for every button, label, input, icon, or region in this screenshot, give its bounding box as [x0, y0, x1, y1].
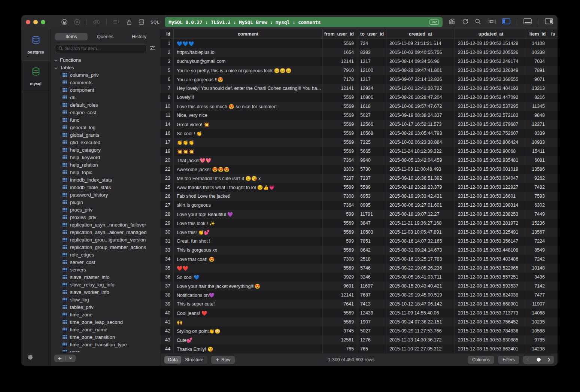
- cell-updated_at[interactable]: 2015-12-08 15:30:52.935481: [455, 156, 527, 165]
- cell-item_id[interactable]: 8549: [527, 246, 548, 255]
- toggle-left-panel-icon[interactable]: [502, 18, 510, 26]
- cell-updated_at[interactable]: 2015-12-08 15:30:53.830885: [455, 335, 527, 344]
- fit-columns-icon[interactable]: [488, 19, 496, 26]
- cell-id[interactable]: 39: [160, 300, 174, 309]
- cell-to_user_id[interactable]: 1317: [357, 57, 386, 66]
- chart-icon[interactable]: [449, 18, 456, 26]
- cell-from_user_id[interactable]: 5569: [323, 228, 357, 237]
- cell-updated_at[interactable]: 2015-12-08 15:30:53.356147: [455, 237, 527, 246]
- table-row[interactable]: 5You're so pretty, this is a nice ni gor…: [160, 66, 558, 75]
- cell-to_user_id[interactable]: 6953: [357, 192, 386, 201]
- cell-to_user_id[interactable]: 5589: [357, 183, 386, 192]
- cell-comment[interactable]: You are gorgeous !!😍: [174, 75, 323, 84]
- tab-items[interactable]: Items: [55, 33, 88, 40]
- cell-updated_at[interactable]: 2015-12-08 15:30:53.238253: [455, 210, 527, 219]
- cell-to_user_id[interactable]: 7237: [357, 174, 386, 183]
- cell-to_user_id[interactable]: 2518: [357, 255, 386, 264]
- cell-created_at[interactable]: 2015-10-12 18:47:06.142: [386, 300, 455, 309]
- sidebar-table-item[interactable]: help_topic: [51, 168, 160, 176]
- cell-created_at[interactable]: 2015-08-16 14:07:32.165: [386, 237, 455, 246]
- connection-plug-icon[interactable]: [61, 19, 68, 25]
- cell-created_at[interactable]: 2015-08-29 19:45:00.519: [386, 291, 455, 300]
- cell-item_id[interactable]: 10588: [527, 326, 548, 335]
- table-row[interactable]: 35❤️❤️556957462015-09-22 19:05:26.236201…: [160, 264, 558, 273]
- cell-is_[interactable]: [548, 219, 558, 228]
- cell-from_user_id[interactable]: 7237: [323, 174, 357, 183]
- cell-id[interactable]: 25: [160, 183, 174, 192]
- add-row-button[interactable]: Row: [211, 356, 235, 364]
- cell-item_id[interactable]: 8339: [527, 129, 548, 138]
- cell-item_id[interactable]: 14238: [527, 344, 548, 353]
- table-row[interactable]: 36So cool 💙392932462015-08-05 16:41:03.7…: [160, 273, 558, 282]
- table-row[interactable]: 17👏👏👏556972252015-10-02 06:23:38.8842015…: [160, 138, 558, 147]
- cell-id[interactable]: 14: [160, 120, 174, 129]
- structure-view-tab[interactable]: Structure: [181, 356, 207, 364]
- cell-item_id[interactable]: 10235: [527, 317, 548, 326]
- cell-created_at[interactable]: 2015-09-07 22:14:12.826: [386, 75, 455, 84]
- cell-is_[interactable]: [548, 120, 558, 129]
- cell-to_user_id[interactable]: 10568: [357, 129, 386, 138]
- cell-updated_at[interactable]: 2015-12-08 15:30:52.537295: [455, 102, 527, 111]
- cell-from_user_id[interactable]: 1654: [323, 48, 357, 57]
- cell-is_[interactable]: [548, 39, 558, 48]
- cell-updated_at[interactable]: 2015-12-08 15:30:53.122927: [455, 183, 527, 192]
- cell-updated_at[interactable]: 2015-12-08 15:30:53.756452: [455, 317, 527, 326]
- tab-queries[interactable]: Queries: [89, 33, 122, 40]
- search-icon[interactable]: [475, 18, 481, 26]
- table-row[interactable]: 3duchuykun@gmail.com1214113172015-08-14 …: [160, 57, 558, 66]
- cell-is_[interactable]: [548, 309, 558, 317]
- commit-log-icon[interactable]: [113, 19, 120, 25]
- cell-created_at[interactable]: 2015-08-16 13:25:17.783: [386, 255, 455, 264]
- column-header-item-id[interactable]: item_id: [527, 29, 548, 39]
- cell-from_user_id[interactable]: 7308: [323, 192, 357, 201]
- table-row[interactable]: 22Awesome jacket 😍😍😍830357302015-11-03 1…: [160, 165, 558, 174]
- cell-updated_at[interactable]: 2015-12-08 15:30:53.034047: [455, 174, 527, 183]
- cell-id[interactable]: 11: [160, 111, 174, 120]
- cell-is_[interactable]: [548, 57, 558, 66]
- sidebar-table-item[interactable]: global_grants: [51, 131, 160, 139]
- connection-status-badge[interactable]: MySQL 8.0.27 : TLSv1.2 : MySQL Brew : my…: [165, 17, 443, 27]
- cell-comment[interactable]: Awesome jacket 😍😍😍: [174, 165, 323, 174]
- cell-id[interactable]: 19: [160, 147, 174, 156]
- table-row[interactable]: 41🙌556919072015-09-24 07:36:22.1512015-1…: [160, 317, 558, 326]
- cell-from_user_id[interactable]: 5569: [323, 102, 357, 111]
- cell-item_id[interactable]: 10148: [527, 264, 548, 273]
- cell-to_user_id[interactable]: 1907: [357, 317, 386, 326]
- table-row[interactable]: 42Styling on point👏😳374550272015-09-29 1…: [160, 326, 558, 335]
- cell-item_id[interactable]: 13567: [527, 228, 548, 237]
- cell-to_user_id[interactable]: 3847: [357, 219, 386, 228]
- cell-id[interactable]: 7: [160, 84, 174, 93]
- cell-to_user_id[interactable]: 5027: [357, 326, 386, 335]
- cell-to_user_id[interactable]: 7851: [357, 237, 386, 246]
- cell-updated_at[interactable]: 2015-12-08 15:30:52.572182: [455, 111, 527, 120]
- column-header-from-user-id[interactable]: from_user_id: [323, 29, 357, 39]
- sidebar-table-item[interactable]: password_history: [51, 191, 160, 198]
- sidebar-table-item[interactable]: procs_priv: [51, 206, 160, 213]
- cell-comment[interactable]: duchuykun@gmail.com: [174, 57, 323, 66]
- cell-created_at[interactable]: 2015-08-18 23:28:23.379: [386, 183, 455, 192]
- cell-is_[interactable]: [548, 210, 558, 219]
- cell-is_[interactable]: [548, 138, 558, 147]
- cell-created_at[interactable]: 2015-11-13 14:30:36.172: [386, 335, 455, 344]
- cell-is_[interactable]: [548, 183, 558, 192]
- sidebar-table-item[interactable]: component: [51, 86, 160, 94]
- cell-from_user_id[interactable]: 765: [323, 344, 357, 353]
- table-row[interactable]: 33This is gorgeous xx556986422015-08-31 …: [160, 246, 558, 255]
- sidebar-table-item[interactable]: slave_relay_log_info: [51, 281, 160, 288]
- sql-editor-button[interactable]: SQL: [151, 20, 160, 24]
- cell-comment[interactable]: Thanks Emily! 😘: [174, 344, 323, 353]
- cell-comment[interactable]: Me too Fernanda! It's cute isn't it 🙂😘 x: [174, 174, 323, 183]
- cell-item_id[interactable]: 11907: [527, 300, 548, 309]
- cell-updated_at[interactable]: 2015-12-08 15:30:53.001019: [455, 165, 527, 174]
- cell-created_at[interactable]: 2015-08-26 18:28:47.204: [386, 93, 455, 102]
- column-header-is[interactable]: is_: [548, 29, 558, 39]
- cell-to_user_id[interactable]: 8642: [357, 246, 386, 255]
- sidebar-table-item[interactable]: columns_priv: [51, 71, 160, 79]
- cell-updated_at[interactable]: 2015-12-08 15:30:52.806424: [455, 138, 527, 147]
- cell-comment[interactable]: So cool ! 👏: [174, 129, 323, 138]
- cell-to_user_id[interactable]: 10806: [357, 93, 386, 102]
- cell-item_id[interactable]: 10338: [527, 48, 548, 57]
- filter-sliders-icon[interactable]: [149, 45, 155, 52]
- cell-from_user_id[interactable]: 7910: [323, 66, 357, 75]
- table-row[interactable]: 37Love your hair the jacket everything!!…: [160, 282, 558, 291]
